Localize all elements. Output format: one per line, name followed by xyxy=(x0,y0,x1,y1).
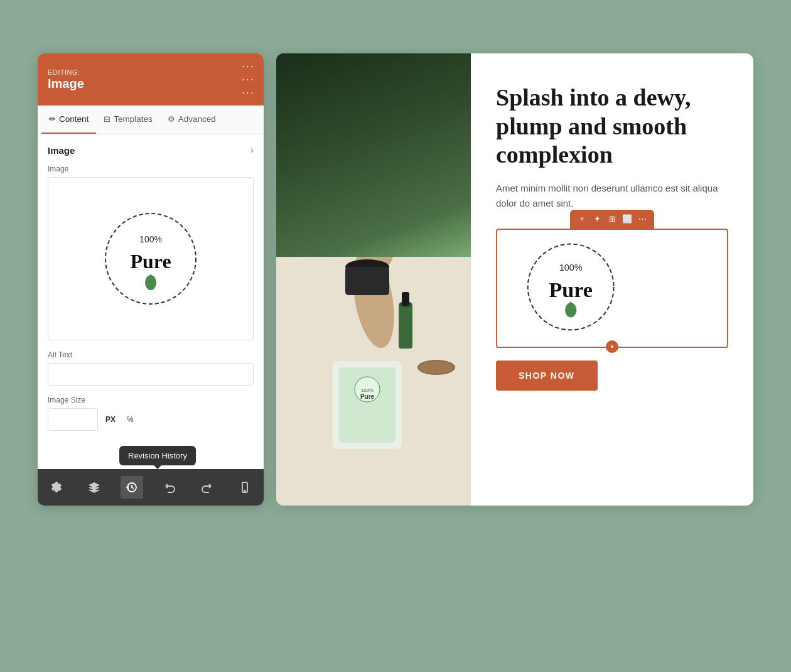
mobile-preview-button[interactable] xyxy=(234,476,256,499)
settings-button[interactable] xyxy=(45,476,68,499)
layers-button[interactable] xyxy=(83,476,105,499)
tab-templates-label: Templates xyxy=(114,114,153,124)
svg-text:Pure: Pure xyxy=(549,278,593,301)
revision-history-tooltip: Revision History xyxy=(119,446,196,465)
panel-header-left: EDITING: Image xyxy=(48,68,84,91)
layers-icon xyxy=(88,481,100,494)
pencil-icon: ✏ xyxy=(49,114,56,124)
panel-header-right[interactable]: ··· ··· ··· xyxy=(242,60,255,99)
tab-templates[interactable]: ⊟ Templates xyxy=(96,106,160,134)
pure-logo-preview: 100% Pure xyxy=(100,209,201,309)
pure-logo-widget: 100% Pure xyxy=(505,237,719,337)
svg-text:Pure: Pure xyxy=(360,393,375,400)
svg-point-35 xyxy=(611,345,613,348)
tab-advanced[interactable]: ⚙ Advanced xyxy=(160,106,223,134)
image-size-label: Image Size xyxy=(48,396,254,404)
widget-more-btn[interactable]: ⋯ xyxy=(635,212,649,226)
alt-text-input[interactable] xyxy=(48,363,254,386)
history-button[interactable] xyxy=(121,476,143,499)
size-unit-percent[interactable]: % xyxy=(123,413,137,426)
svg-text:Pure: Pure xyxy=(130,250,171,273)
svg-point-13 xyxy=(276,138,356,220)
history-icon xyxy=(126,481,138,494)
tab-content[interactable]: ✏ Content xyxy=(41,106,96,134)
size-input[interactable] xyxy=(48,408,98,431)
svg-point-9 xyxy=(276,53,375,153)
svg-point-12 xyxy=(393,102,471,154)
tooltip-text: Revision History xyxy=(128,451,187,460)
editing-label: EDITING: xyxy=(48,68,84,76)
left-panel: EDITING: Image ··· ··· ··· ✏ Content ⊟ T… xyxy=(38,53,264,506)
widget-template-btn[interactable]: ⊞ xyxy=(605,212,619,226)
photo-scene: 100% Pure xyxy=(276,53,471,506)
svg-rect-19 xyxy=(345,267,389,295)
cosmetics-photo: 100% Pure xyxy=(276,53,471,506)
svg-rect-8 xyxy=(276,53,471,267)
svg-text:100%: 100% xyxy=(361,387,374,393)
size-row: PX % xyxy=(48,408,254,431)
widget-style-btn[interactable]: ✦ xyxy=(590,212,604,226)
svg-point-29 xyxy=(419,361,454,374)
right-content-panel: 100% Pure Splash into a dewy, plump and … xyxy=(276,53,753,506)
svg-rect-22 xyxy=(402,292,409,306)
redo-button[interactable] xyxy=(196,476,218,499)
section-title: Image xyxy=(48,145,75,156)
image-preview-box[interactable]: 100% Pure xyxy=(48,177,254,340)
settings-icon xyxy=(50,481,63,494)
size-unit-px[interactable]: PX xyxy=(102,413,119,426)
undo-icon xyxy=(163,481,176,494)
svg-point-6 xyxy=(244,490,245,492)
widget-toolbar: + ✦ ⊞ ⬜ ⋯ xyxy=(570,210,654,229)
resize-icon xyxy=(609,344,615,350)
tab-advanced-label: Advanced xyxy=(178,114,216,124)
outer-container: EDITING: Image ··· ··· ··· ✏ Content ⊟ T… xyxy=(38,53,753,619)
panel-tabs: ✏ Content ⊟ Templates ⚙ Advanced xyxy=(38,106,264,134)
templates-icon: ⊟ xyxy=(104,114,110,124)
alt-text-label: Alt Text xyxy=(48,350,254,359)
svg-point-10 xyxy=(347,53,456,129)
shop-now-button[interactable]: SHOP NOW xyxy=(496,360,598,391)
redo-icon xyxy=(201,481,213,494)
panel-toolbar xyxy=(38,469,264,506)
widget-copy-btn[interactable]: ⬜ xyxy=(620,212,634,226)
subtext: Amet minim mollit non deserunt ullamco e… xyxy=(496,181,728,211)
undo-button[interactable] xyxy=(158,476,181,499)
tab-content-label: Content xyxy=(59,114,89,124)
content-image-column: 100% Pure xyxy=(276,53,471,506)
svg-point-11 xyxy=(285,102,419,180)
section-header: Image › xyxy=(48,144,254,156)
advanced-icon: ⚙ xyxy=(168,114,175,124)
widget-add-btn[interactable]: + xyxy=(575,212,589,226)
svg-rect-20 xyxy=(399,305,412,349)
image-field-label: Image xyxy=(48,165,254,173)
editing-title: Image xyxy=(48,77,84,91)
mobile-preview-icon xyxy=(239,481,251,494)
svg-text:100%: 100% xyxy=(559,262,583,272)
widget-resize-handle[interactable] xyxy=(606,340,618,353)
main-heading: Splash into a dewy, plump and smooth com… xyxy=(496,84,728,170)
panel-body: Image › Image 100% Pure Alt Text Image S… xyxy=(38,134,264,469)
dots-menu-icon[interactable]: ··· ··· ··· xyxy=(242,60,255,99)
selected-image-widget[interactable]: + ✦ ⊞ ⬜ ⋯ 100% Pure xyxy=(496,229,728,348)
panel-header: EDITING: Image ··· ··· ··· xyxy=(38,53,264,106)
svg-point-14 xyxy=(331,141,448,191)
chevron-down-icon[interactable]: › xyxy=(250,144,254,156)
right-text-column: Splash into a dewy, plump and smooth com… xyxy=(471,53,753,506)
svg-text:100%: 100% xyxy=(139,234,162,244)
